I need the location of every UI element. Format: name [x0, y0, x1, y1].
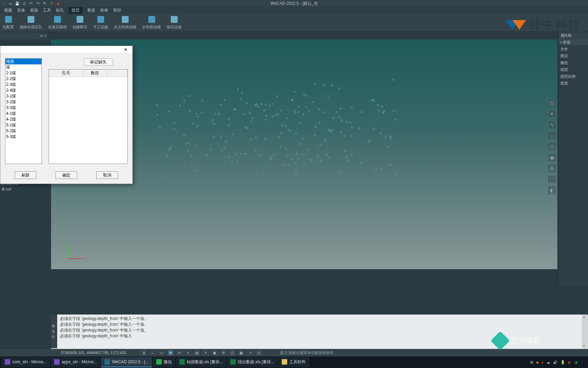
status-toggle-grid-icon[interactable]: ⊞	[141, 350, 147, 355]
prop-ltscale[interactable]: 线型比例	[558, 73, 588, 80]
ribbon-fault[interactable]: 创建断层	[70, 14, 91, 32]
tray-icon[interactable]: ●	[541, 360, 544, 364]
qat-close-icon[interactable]: ✕	[49, 1, 54, 6]
status-toggle-dyn-icon[interactable]: ✎	[203, 350, 209, 355]
taskbar-app-core-sln[interactable]: core_sln - Micros...	[1, 357, 50, 367]
view-tool-box-icon[interactable]: ⬚	[548, 175, 556, 183]
status-toggle-gear-icon[interactable]: ⚙	[221, 350, 226, 355]
status-toggle-ortho-icon[interactable]: ▭	[159, 350, 164, 355]
menu-seam[interactable]: 煤层	[69, 7, 82, 14]
list-item[interactable]: 5-1煤	[5, 122, 42, 128]
ribbon-estimate[interactable]: 煤层估值	[164, 14, 185, 32]
qat-save-icon[interactable]: 💾	[15, 1, 20, 6]
panel-close-icon[interactable]: ×	[44, 34, 46, 38]
taskbar-app-wecad[interactable]: WeCAD 2022.5 - [...	[101, 357, 152, 367]
list-item[interactable]: 3-3煤	[5, 105, 42, 111]
tray-volume-icon[interactable]: 🔊	[553, 360, 558, 365]
menu-surface[interactable]: 表面	[30, 7, 38, 13]
tray-icon[interactable]: ☁	[546, 360, 550, 365]
qat-app-icon[interactable]: ◆	[56, 1, 61, 6]
col-empty[interactable]	[107, 70, 127, 77]
cancel-button[interactable]: 取消	[96, 171, 118, 179]
status-toggle-qp-icon[interactable]: ◫	[230, 350, 235, 355]
ribbon-color-config[interactable]: 色配置	[0, 14, 17, 32]
ribbon-edit-holes[interactable]: 编辑全煤层孔	[17, 14, 45, 32]
tray-icon[interactable]: ⊞	[530, 360, 533, 365]
tray-battery-icon[interactable]: 🔋	[560, 360, 565, 365]
status-toggle-osnap-icon[interactable]: ⟳	[177, 350, 182, 355]
prop-color[interactable]: 颜色	[558, 60, 588, 66]
pin-icon[interactable]: ⊓	[40, 34, 43, 38]
list-item[interactable]: 5-2煤	[5, 128, 42, 134]
qat-undo-icon[interactable]: ↶	[29, 1, 33, 6]
menu-tools[interactable]: 工具	[43, 7, 51, 13]
ribbon-model-all[interactable]: 全煤层建模	[45, 14, 70, 32]
view-tool-grid-icon[interactable]: ⊞	[548, 164, 556, 172]
status-toggle-max-icon[interactable]: ⊡	[256, 350, 262, 355]
ribbon-manual[interactable]: 手工创建	[91, 14, 111, 32]
view-tool-orbit-icon[interactable]: ✦	[548, 110, 556, 118]
list-item[interactable]: 地形	[5, 59, 42, 64]
taskbar-app-apps-sln[interactable]: apps_sln - Micros...	[51, 357, 100, 367]
seam-list[interactable]: 地形 煤 2-1煤 2-2煤 2-3煤 2-4煤 3-1煤 3-2煤 3-3煤 …	[5, 58, 42, 164]
prop-layer[interactable]: 图层	[558, 53, 588, 60]
list-item[interactable]: 2-2煤	[5, 76, 42, 82]
status-toggle-sc-icon[interactable]: ▦	[239, 350, 244, 355]
tray-icon[interactable]: ◆	[536, 360, 539, 365]
console-scrollbar[interactable]	[582, 315, 588, 348]
menu-block[interactable]: 块体	[100, 7, 108, 13]
prop-lineweight[interactable]: 线宽	[558, 80, 588, 87]
menu-view[interactable]: 视图	[4, 7, 12, 13]
tray-icon[interactable]: ◐	[568, 360, 571, 365]
list-item[interactable]: 2-4煤	[5, 88, 42, 93]
ribbon-from-section[interactable]: 从剖面创建	[140, 14, 164, 32]
properties-group[interactable]: ▪ 常规	[558, 39, 588, 46]
taskbar-app-folder[interactable]: 工具软件	[278, 357, 309, 367]
status-toggle-snap-icon[interactable]: ⌙	[150, 350, 156, 355]
tray-icon[interactable]: ◑	[574, 360, 577, 365]
taskbar-app-excel-2[interactable]: 综合数据.xls [兼容...	[227, 357, 278, 367]
list-item[interactable]: 2-1煤	[5, 70, 42, 76]
hole-table[interactable]: 孔号 数目	[49, 69, 128, 164]
status-toggle-lw-icon[interactable]: ▣	[212, 350, 217, 355]
ribbon-from-points[interactable]: 从点和线创建	[111, 14, 140, 32]
menu-drill[interactable]: 钻孔	[56, 7, 64, 13]
console-tabs[interactable]: 命令行	[51, 315, 57, 348]
tray-more-icon[interactable]: ⋮	[580, 360, 584, 365]
status-toggle-arrow-icon[interactable]: ↗	[247, 350, 253, 355]
ok-button[interactable]: 确定	[55, 171, 77, 179]
tree-item[interactable]: 果.kdf	[0, 186, 41, 192]
col-hole[interactable]: 孔号	[49, 70, 83, 77]
view-tool-home-icon[interactable]: ⊡	[548, 99, 556, 107]
status-toggle-track-icon[interactable]: ≡	[185, 350, 191, 355]
list-item[interactable]: 3-2煤	[5, 99, 42, 105]
status-toggle-polar-icon[interactable]: ✚	[168, 350, 173, 355]
view-tool-pan-icon[interactable]: ∿	[548, 121, 556, 129]
qat-export-icon[interactable]: ⇱	[42, 1, 47, 6]
list-item[interactable]: 2-3煤	[5, 82, 42, 88]
view-tool-window-icon[interactable]: ◫	[548, 142, 556, 151]
list-item[interactable]: 煤	[5, 64, 42, 70]
list-item[interactable]: 3-1煤	[5, 93, 42, 99]
list-item[interactable]: 4-2煤	[5, 117, 42, 122]
list-item[interactable]: 4-1煤	[5, 111, 42, 117]
refresh-button[interactable]: 刷新	[15, 171, 36, 179]
view-tool-iso-icon[interactable]: ▣	[548, 153, 556, 162]
prop-linetype[interactable]: 线型	[558, 66, 588, 73]
status-toggle-ducs-icon[interactable]: ▤	[194, 350, 200, 355]
view-tool-zoom-icon[interactable]: ⌕	[548, 132, 556, 140]
menu-entity[interactable]: 实体	[17, 7, 25, 13]
qat-new-icon[interactable]: ▫	[1, 1, 6, 6]
dialog-titlebar[interactable]: ✕	[0, 46, 132, 53]
qat-open-icon[interactable]: ▭	[8, 1, 13, 6]
list-item[interactable]: 5-3煤	[5, 134, 42, 140]
dialog-close-button[interactable]: ✕	[121, 47, 130, 53]
col-count[interactable]: 数目	[83, 70, 107, 77]
mark-missing-button[interactable]: 标记缺失	[84, 58, 113, 66]
qat-print-icon[interactable]: ⎙	[22, 1, 27, 6]
prop-file[interactable]: 文件	[558, 46, 588, 53]
view-tool-split-icon[interactable]: ◧	[548, 186, 556, 194]
taskbar-app-wechat[interactable]: 微信	[153, 357, 175, 367]
menu-roadway[interactable]: 巷道	[87, 7, 95, 13]
taskbar-app-excel-1[interactable]: 钻探数据.xls [兼容...	[176, 357, 227, 367]
